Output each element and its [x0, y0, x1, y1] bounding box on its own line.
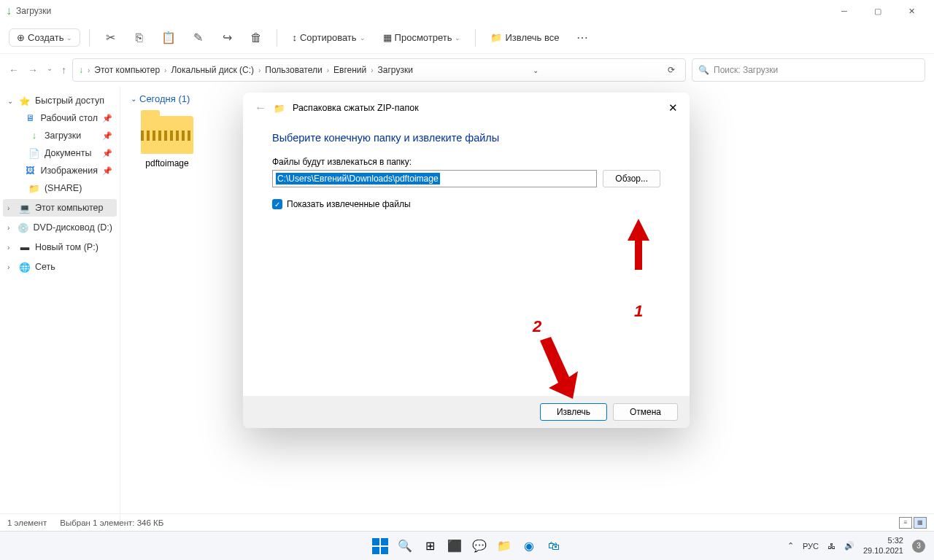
tray-chevron-icon[interactable]: ⌃ [787, 541, 794, 551]
sidebar-quick-access[interactable]: ⌄⭐Быстрый доступ [0, 92, 120, 109]
dialog-back-button[interactable]: ← [255, 101, 266, 114]
sidebar-downloads[interactable]: ↓Загрузки📌 [0, 127, 120, 144]
status-bar: 1 элемент Выбран 1 элемент: 346 КБ ≡ ▦ [0, 513, 934, 531]
annotation-arrow-2: 2 [533, 317, 584, 409]
titlebar: ↓ Загрузки ─ ▢ ✕ [0, 0, 934, 22]
network-icon[interactable]: 🖧 [827, 542, 835, 551]
cut-icon[interactable]: ✂ [99, 26, 122, 50]
minimize-button[interactable]: ─ [827, 0, 861, 22]
sidebar-desktop[interactable]: 🖥Рабочий стол📌 [0, 109, 120, 127]
sidebar-dvd[interactable]: ›💿DVD-дисковод (D:) [0, 219, 120, 236]
forward-button[interactable]: → [28, 64, 38, 76]
file-label: pdftoimage [131, 158, 204, 168]
downloads-icon: ↓ [79, 65, 83, 75]
start-button[interactable] [370, 536, 390, 556]
selection-status: Выбран 1 элемент: 346 КБ [60, 518, 163, 527]
dialog-close-button[interactable]: ✕ [668, 101, 678, 114]
breadcrumb-dropdown[interactable]: ⌄ [528, 66, 543, 74]
clock[interactable]: 5:32 29.10.2021 [863, 536, 903, 555]
recent-button[interactable]: ⌄ [47, 64, 53, 76]
more-icon[interactable]: ⋯ [571, 26, 594, 50]
svg-marker-0 [628, 219, 649, 270]
window-controls: ─ ▢ ✕ [827, 0, 928, 22]
cancel-button[interactable]: Отмена [613, 403, 678, 421]
search-input[interactable]: 🔍 Поиск: Загрузки [692, 58, 925, 82]
taskbar-search-icon[interactable]: 🔍 [395, 536, 415, 556]
taskbar: 🔍 ⊞ ⬛ 💬 📁 ◉ 🛍 ⌃ РУС 🖧 🔊 5:32 29.10.2021 … [0, 531, 934, 560]
file-item-zip[interactable]: pdftoimage [131, 110, 204, 168]
checkbox-checked-icon: ✓ [272, 199, 282, 209]
dialog-heading: Выберите конечную папку и извлеките файл… [272, 132, 660, 144]
chat-icon[interactable]: 💬 [469, 536, 490, 556]
copy-icon[interactable]: ⎘ [128, 26, 151, 50]
sidebar-volume[interactable]: ›▬Новый том (P:) [0, 238, 120, 256]
widgets-icon[interactable]: ⬛ [444, 536, 465, 556]
extract-all-button[interactable]: 📁 Извлечь все [485, 28, 565, 47]
downloads-icon: ↓ [6, 4, 12, 18]
paste-icon[interactable]: 📋 [157, 26, 180, 50]
breadcrumb[interactable]: ↓ › Этот компьютер› Локальный диск (C:)›… [72, 58, 686, 82]
view-button[interactable]: ▦ Просмотреть ⌄ [377, 28, 467, 47]
sidebar-share[interactable]: 📁(SHARE) [0, 179, 120, 197]
edge-icon[interactable]: ◉ [519, 536, 539, 556]
icons-view-button[interactable]: ▦ [914, 517, 927, 529]
show-files-checkbox[interactable]: ✓ Показать извлеченные файлы [272, 199, 660, 209]
extract-dialog: ← 📁 Распаковка сжатых ZIP-папок ✕ Выбери… [243, 93, 690, 428]
sidebar-this-pc[interactable]: ›💻Этот компьютер [3, 199, 117, 217]
sidebar: ⌄⭐Быстрый доступ 🖥Рабочий стол📌 ↓Загрузк… [0, 86, 120, 522]
close-button[interactable]: ✕ [895, 0, 928, 22]
notification-badge[interactable]: 3 [912, 540, 925, 553]
task-view-icon[interactable]: ⊞ [420, 536, 440, 556]
refresh-button[interactable]: ⟳ [663, 65, 679, 75]
up-button[interactable]: ↑ [61, 64, 66, 76]
details-view-button[interactable]: ≡ [899, 517, 912, 529]
back-button[interactable]: ← [9, 64, 19, 76]
sidebar-pictures[interactable]: 🖼Изображения📌 [0, 162, 120, 179]
browse-button[interactable]: Обзор... [603, 170, 660, 187]
zip-icon: 📁 [274, 103, 285, 114]
language-indicator[interactable]: РУС [803, 542, 819, 551]
svg-marker-1 [540, 337, 578, 399]
dialog-label: Файлы будут извлекаться в папку: [272, 157, 660, 167]
volume-icon[interactable]: 🔊 [844, 541, 854, 551]
sidebar-network[interactable]: ›🌐Сеть [0, 258, 120, 276]
window-title: Загрузки [16, 6, 51, 16]
rename-icon[interactable]: ✎ [186, 26, 209, 50]
search-icon: 🔍 [698, 65, 709, 75]
explorer-icon[interactable]: 📁 [494, 536, 514, 556]
new-button[interactable]: ⊕ Создать ⌄ [9, 28, 80, 47]
sort-button[interactable]: ↕ Сортировать ⌄ [286, 28, 371, 47]
sidebar-documents[interactable]: 📄Документы📌 [0, 144, 120, 162]
item-count: 1 элемент [7, 518, 47, 527]
share-icon[interactable]: ↪ [215, 26, 239, 50]
delete-icon[interactable]: 🗑 [244, 26, 268, 50]
destination-input[interactable]: C:\Users\Евгений\Downloads\pdftoimage [272, 170, 597, 187]
zip-folder-icon [141, 110, 193, 154]
maximize-button[interactable]: ▢ [861, 0, 895, 22]
dialog-title: Распаковка сжатых ZIP-папок [293, 103, 419, 113]
store-icon[interactable]: 🛍 [544, 536, 564, 556]
toolbar: ⊕ Создать ⌄ ✂ ⎘ 📋 ✎ ↪ 🗑 ↕ Сортировать ⌄ … [0, 22, 934, 54]
nav-row: ← → ⌄ ↑ ↓ › Этот компьютер› Локальный ди… [0, 54, 934, 86]
annotation-arrow-1: 1 [624, 219, 653, 321]
